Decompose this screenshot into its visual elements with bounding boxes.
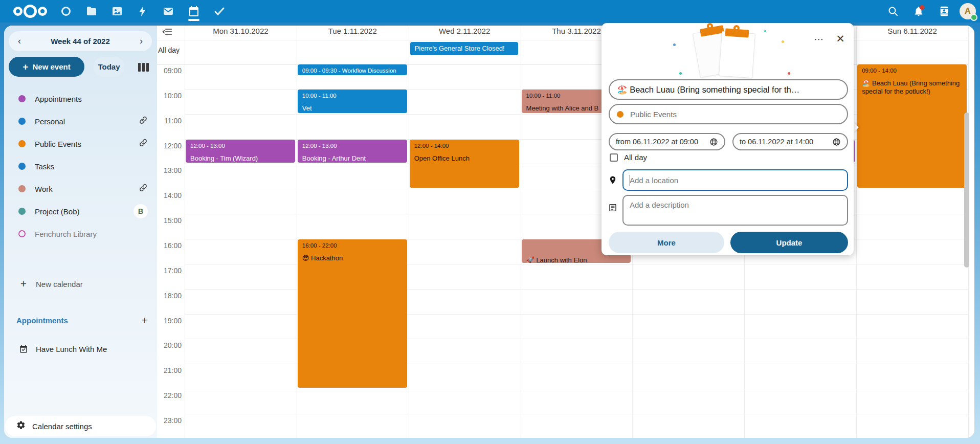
app-calendar-icon[interactable] [181,0,207,23]
avatar-letter: A [965,6,971,16]
app-photos-icon[interactable] [104,0,130,23]
hour-label: 11:00 [157,117,182,125]
contacts-icon[interactable] [934,1,954,21]
vertical-scrollbar[interactable] [964,113,969,268]
event-title: 🚀 Launch with Elon [526,256,629,263]
new-event-button[interactable]: + New event [9,57,84,77]
previous-week-button[interactable]: ‹ [12,34,27,49]
calendar-color-dot[interactable] [18,95,26,102]
hour-label: 13:00 [157,166,182,174]
calendar-event-vet[interactable]: 10:00 - 11:00Vet [298,90,407,113]
search-icon[interactable] [883,1,903,21]
update-button[interactable]: Update [730,232,848,253]
new-calendar-button[interactable]: + New calendar [8,273,153,295]
sidebar-calendar-work[interactable]: Work [8,177,153,200]
column-gridline [185,27,185,438]
event-title-input[interactable] [617,85,840,95]
calendar-color-dot[interactable] [18,185,26,192]
event-title-field[interactable] [609,79,848,100]
column-gridline [297,27,297,438]
app-launcher [53,0,232,23]
share-link-icon[interactable] [139,183,148,194]
hour-label: 12:00 [157,142,182,150]
timezone-globe-icon[interactable] [709,138,718,146]
hour-label: 17:00 [157,267,182,275]
calendar-color-dot[interactable] [18,208,26,215]
hour-label: 19:00 [157,317,182,325]
description-icon [608,203,617,212]
nextcloud-logo[interactable] [12,4,48,18]
event-time: 10:00 - 11:00 [302,92,405,100]
event-time: 16:00 - 22:00 [302,242,405,250]
app-activity-icon[interactable] [130,0,155,23]
column-gridline [409,27,409,438]
start-datetime-field[interactable]: from 06.11.2022 at 09:00 [609,133,725,150]
notification-badge [920,5,924,10]
all-day-checkbox[interactable] [610,153,618,162]
sidebar-calendar-fenchurch-library[interactable]: Fenchurch Library [8,223,153,245]
app-mail-icon[interactable] [155,0,181,23]
calendar-settings-button[interactable]: Calendar settings [5,416,156,436]
share-link-icon[interactable] [139,116,148,127]
calendar-label: Project (Bob) [35,207,133,216]
event-time: 12:00 - 13:00 [302,142,405,150]
add-appointment-config-button[interactable]: + [142,314,148,326]
sidebar-calendar-personal[interactable]: Personal [8,110,153,132]
all-day-row-label: All day [158,46,180,54]
sidebar-calendar-public-events[interactable]: Public Events [8,132,153,155]
calendar-color-dot[interactable] [18,118,26,125]
today-button[interactable]: Today [94,57,124,77]
end-datetime-field[interactable]: to 06.11.2022 at 14:00 [732,133,848,150]
day-header-2: Tue 1.11.2022 [297,27,409,39]
all-day-toggle[interactable]: All day [610,153,647,162]
allday-event[interactable]: Pierre's General Store Closed! [410,42,518,55]
app-tasks-icon[interactable] [207,0,232,23]
location-field[interactable] [622,169,848,191]
calendar-picker-value: Public Events [630,110,677,119]
hour-label: 21:00 [157,366,182,374]
event-time: 12:00 - 14:00 [414,142,517,150]
sidebar-calendar-appointments[interactable]: Appointments [8,87,153,110]
calendar-color-dot[interactable] [18,230,26,237]
top-bar: A [0,0,980,23]
app-dashboard-icon[interactable] [53,0,79,23]
view-columns-icon[interactable] [136,61,150,73]
calendar-event-booking-tim-wizard[interactable]: 12:00 - 13:00Booking - Tim (Wizard) [186,140,295,163]
location-input[interactable] [630,176,841,185]
popover-close-icon[interactable]: ✕ [832,30,849,48]
calendar-event-booking-arthur-dent[interactable]: 12:00 - 13:00Booking - Arthur Dent [298,140,407,163]
appointments-section-heading: Appointments + [8,309,153,331]
calendar-color-dot[interactable] [18,140,26,147]
popover-actions: More Update [602,232,854,253]
nextcloud-calendar-app: A ‹ Week 44 of 2022 › + New event Today … [0,0,980,444]
notifications-bell-icon[interactable] [908,1,929,21]
timezone-globe-icon[interactable] [832,138,841,146]
calendar-sidebar: ‹ Week 44 of 2022 › + New event Today Ap… [4,26,157,438]
sidebar-calendar-project-bob-[interactable]: Project (Bob)B [8,200,153,223]
event-title: Vet [302,104,405,113]
calendar-event[interactable]: 09:00 - 09:30 - Workflow Discussion [298,64,407,75]
event-time: 09:00 - 09:30 - Workflow Discussion [302,67,405,75]
gear-icon [16,420,26,432]
description-input[interactable] [623,196,847,225]
calendar-event-hackathon[interactable]: 16:00 - 22:00😎 Hackathon [298,239,407,388]
calendar-event-open-office-lunch[interactable]: 12:00 - 14:00Open Office Lunch [410,140,519,188]
description-field[interactable] [622,195,848,226]
event-title: 😎 Hackathon [302,254,405,262]
appointment-config-have-lunch[interactable]: Have Lunch With Me [8,338,153,360]
calendar-label: Personal [35,117,139,126]
status-online-dot [970,14,977,21]
next-week-button[interactable]: › [133,34,149,49]
share-link-icon[interactable] [139,138,148,149]
more-button[interactable]: More [609,232,724,253]
calendar-event-beach-luau-bring-something-special-for-the-potluck[interactable]: 09:00 - 14:00🏖️ Beach Luau (Bring someth… [857,64,967,188]
sidebar-calendar-tasks[interactable]: Tasks [8,155,153,177]
hour-label: 10:00 [157,92,182,100]
close-navigation-icon[interactable] [162,27,172,38]
hour-label: 20:00 [157,341,182,349]
app-files-icon[interactable] [79,0,104,23]
popover-actions-menu-button[interactable]: ⋯ [810,30,828,48]
calendar-picker[interactable]: Public Events [609,104,848,124]
calendar-color-dot[interactable] [18,163,26,170]
avatar[interactable]: A [960,3,976,19]
